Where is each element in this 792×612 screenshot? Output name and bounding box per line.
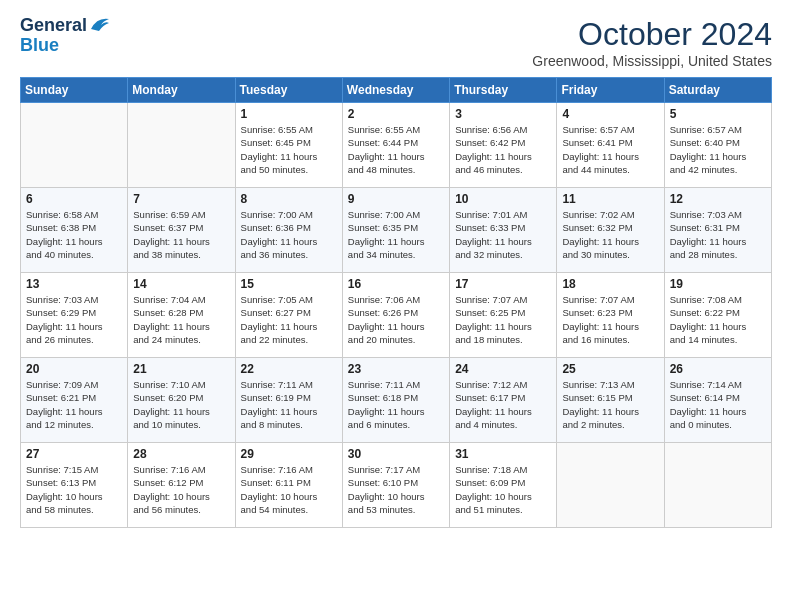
calendar-cell: 27Sunrise: 7:15 AM Sunset: 6:13 PM Dayli…	[21, 443, 128, 528]
cell-info: Sunrise: 7:13 AM Sunset: 6:15 PM Dayligh…	[562, 378, 658, 431]
calendar-cell	[21, 103, 128, 188]
cell-info: Sunrise: 7:06 AM Sunset: 6:26 PM Dayligh…	[348, 293, 444, 346]
day-number: 14	[133, 277, 229, 291]
day-number: 11	[562, 192, 658, 206]
calendar-cell: 26Sunrise: 7:14 AM Sunset: 6:14 PM Dayli…	[664, 358, 771, 443]
day-number: 29	[241, 447, 337, 461]
cell-info: Sunrise: 7:16 AM Sunset: 6:12 PM Dayligh…	[133, 463, 229, 516]
day-number: 18	[562, 277, 658, 291]
calendar-cell: 12Sunrise: 7:03 AM Sunset: 6:31 PM Dayli…	[664, 188, 771, 273]
day-number: 17	[455, 277, 551, 291]
cell-info: Sunrise: 7:12 AM Sunset: 6:17 PM Dayligh…	[455, 378, 551, 431]
cell-info: Sunrise: 6:57 AM Sunset: 6:41 PM Dayligh…	[562, 123, 658, 176]
calendar-cell: 25Sunrise: 7:13 AM Sunset: 6:15 PM Dayli…	[557, 358, 664, 443]
cell-info: Sunrise: 7:05 AM Sunset: 6:27 PM Dayligh…	[241, 293, 337, 346]
day-number: 31	[455, 447, 551, 461]
day-number: 20	[26, 362, 122, 376]
week-row-2: 13Sunrise: 7:03 AM Sunset: 6:29 PM Dayli…	[21, 273, 772, 358]
calendar-cell: 1Sunrise: 6:55 AM Sunset: 6:45 PM Daylig…	[235, 103, 342, 188]
day-number: 30	[348, 447, 444, 461]
calendar-cell: 18Sunrise: 7:07 AM Sunset: 6:23 PM Dayli…	[557, 273, 664, 358]
day-number: 22	[241, 362, 337, 376]
calendar-cell: 17Sunrise: 7:07 AM Sunset: 6:25 PM Dayli…	[450, 273, 557, 358]
header-tuesday: Tuesday	[235, 78, 342, 103]
day-number: 2	[348, 107, 444, 121]
week-row-3: 20Sunrise: 7:09 AM Sunset: 6:21 PM Dayli…	[21, 358, 772, 443]
day-number: 19	[670, 277, 766, 291]
calendar-cell: 24Sunrise: 7:12 AM Sunset: 6:17 PM Dayli…	[450, 358, 557, 443]
calendar-cell	[664, 443, 771, 528]
day-number: 13	[26, 277, 122, 291]
header-sunday: Sunday	[21, 78, 128, 103]
cell-info: Sunrise: 7:18 AM Sunset: 6:09 PM Dayligh…	[455, 463, 551, 516]
calendar-cell	[128, 103, 235, 188]
cell-info: Sunrise: 6:56 AM Sunset: 6:42 PM Dayligh…	[455, 123, 551, 176]
cell-info: Sunrise: 7:11 AM Sunset: 6:18 PM Dayligh…	[348, 378, 444, 431]
calendar-cell: 31Sunrise: 7:18 AM Sunset: 6:09 PM Dayli…	[450, 443, 557, 528]
cell-info: Sunrise: 7:11 AM Sunset: 6:19 PM Dayligh…	[241, 378, 337, 431]
header-monday: Monday	[128, 78, 235, 103]
month-title: October 2024	[532, 16, 772, 53]
day-number: 3	[455, 107, 551, 121]
cell-info: Sunrise: 7:03 AM Sunset: 6:31 PM Dayligh…	[670, 208, 766, 261]
day-number: 25	[562, 362, 658, 376]
week-row-0: 1Sunrise: 6:55 AM Sunset: 6:45 PM Daylig…	[21, 103, 772, 188]
day-number: 24	[455, 362, 551, 376]
cell-info: Sunrise: 7:00 AM Sunset: 6:36 PM Dayligh…	[241, 208, 337, 261]
cell-info: Sunrise: 6:58 AM Sunset: 6:38 PM Dayligh…	[26, 208, 122, 261]
logo: General Blue	[20, 16, 111, 56]
cell-info: Sunrise: 7:08 AM Sunset: 6:22 PM Dayligh…	[670, 293, 766, 346]
day-number: 26	[670, 362, 766, 376]
cell-info: Sunrise: 6:57 AM Sunset: 6:40 PM Dayligh…	[670, 123, 766, 176]
calendar-table: SundayMondayTuesdayWednesdayThursdayFrid…	[20, 77, 772, 528]
cell-info: Sunrise: 6:55 AM Sunset: 6:45 PM Dayligh…	[241, 123, 337, 176]
calendar-cell: 21Sunrise: 7:10 AM Sunset: 6:20 PM Dayli…	[128, 358, 235, 443]
calendar-cell: 3Sunrise: 6:56 AM Sunset: 6:42 PM Daylig…	[450, 103, 557, 188]
day-number: 7	[133, 192, 229, 206]
day-number: 10	[455, 192, 551, 206]
header-row: SundayMondayTuesdayWednesdayThursdayFrid…	[21, 78, 772, 103]
cell-info: Sunrise: 7:17 AM Sunset: 6:10 PM Dayligh…	[348, 463, 444, 516]
cell-info: Sunrise: 7:14 AM Sunset: 6:14 PM Dayligh…	[670, 378, 766, 431]
location: Greenwood, Mississippi, United States	[532, 53, 772, 69]
cell-info: Sunrise: 7:02 AM Sunset: 6:32 PM Dayligh…	[562, 208, 658, 261]
header-friday: Friday	[557, 78, 664, 103]
day-number: 4	[562, 107, 658, 121]
cell-info: Sunrise: 7:07 AM Sunset: 6:23 PM Dayligh…	[562, 293, 658, 346]
logo-blue: Blue	[20, 36, 59, 56]
header: General Blue October 2024 Greenwood, Mis…	[20, 16, 772, 69]
week-row-4: 27Sunrise: 7:15 AM Sunset: 6:13 PM Dayli…	[21, 443, 772, 528]
calendar-cell: 23Sunrise: 7:11 AM Sunset: 6:18 PM Dayli…	[342, 358, 449, 443]
calendar-cell: 15Sunrise: 7:05 AM Sunset: 6:27 PM Dayli…	[235, 273, 342, 358]
day-number: 23	[348, 362, 444, 376]
day-number: 15	[241, 277, 337, 291]
calendar-cell: 2Sunrise: 6:55 AM Sunset: 6:44 PM Daylig…	[342, 103, 449, 188]
day-number: 12	[670, 192, 766, 206]
calendar-cell: 5Sunrise: 6:57 AM Sunset: 6:40 PM Daylig…	[664, 103, 771, 188]
cell-info: Sunrise: 7:04 AM Sunset: 6:28 PM Dayligh…	[133, 293, 229, 346]
day-number: 16	[348, 277, 444, 291]
calendar-cell: 7Sunrise: 6:59 AM Sunset: 6:37 PM Daylig…	[128, 188, 235, 273]
cell-info: Sunrise: 6:55 AM Sunset: 6:44 PM Dayligh…	[348, 123, 444, 176]
header-wednesday: Wednesday	[342, 78, 449, 103]
page: General Blue October 2024 Greenwood, Mis…	[0, 0, 792, 612]
cell-info: Sunrise: 7:03 AM Sunset: 6:29 PM Dayligh…	[26, 293, 122, 346]
calendar-cell: 4Sunrise: 6:57 AM Sunset: 6:41 PM Daylig…	[557, 103, 664, 188]
calendar-cell: 16Sunrise: 7:06 AM Sunset: 6:26 PM Dayli…	[342, 273, 449, 358]
header-saturday: Saturday	[664, 78, 771, 103]
calendar-cell: 11Sunrise: 7:02 AM Sunset: 6:32 PM Dayli…	[557, 188, 664, 273]
calendar-cell: 28Sunrise: 7:16 AM Sunset: 6:12 PM Dayli…	[128, 443, 235, 528]
logo-bird-icon	[89, 15, 111, 33]
day-number: 27	[26, 447, 122, 461]
calendar-cell	[557, 443, 664, 528]
cell-info: Sunrise: 7:09 AM Sunset: 6:21 PM Dayligh…	[26, 378, 122, 431]
day-number: 9	[348, 192, 444, 206]
calendar-cell: 9Sunrise: 7:00 AM Sunset: 6:35 PM Daylig…	[342, 188, 449, 273]
title-block: October 2024 Greenwood, Mississippi, Uni…	[532, 16, 772, 69]
calendar-cell: 30Sunrise: 7:17 AM Sunset: 6:10 PM Dayli…	[342, 443, 449, 528]
header-thursday: Thursday	[450, 78, 557, 103]
day-number: 21	[133, 362, 229, 376]
day-number: 6	[26, 192, 122, 206]
cell-info: Sunrise: 7:01 AM Sunset: 6:33 PM Dayligh…	[455, 208, 551, 261]
day-number: 1	[241, 107, 337, 121]
